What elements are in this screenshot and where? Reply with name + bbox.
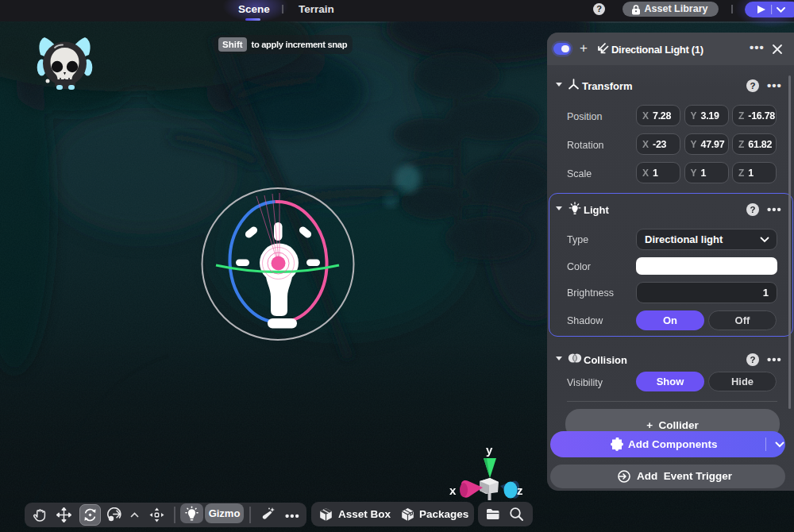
svg-text:z: z (517, 484, 523, 497)
svg-text:y: y (486, 443, 493, 457)
svg-text:x: x (449, 484, 457, 497)
